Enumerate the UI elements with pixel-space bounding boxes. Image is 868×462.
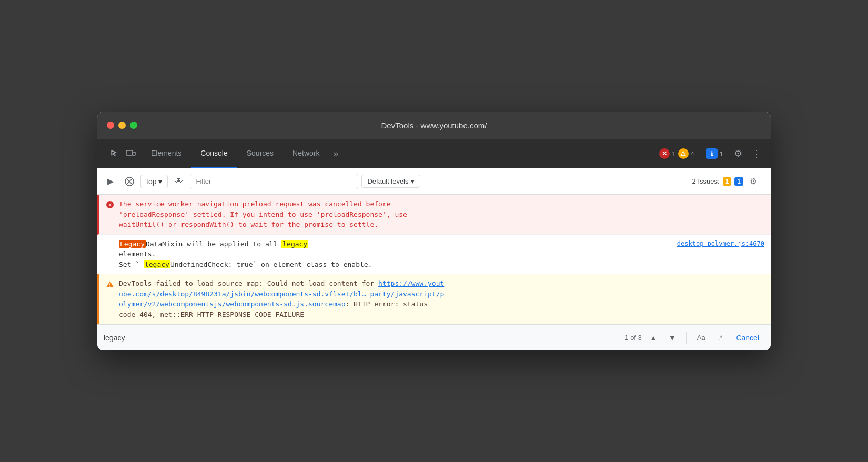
settings-icon[interactable]: ⚙ xyxy=(731,146,745,162)
search-next-button[interactable]: ▼ xyxy=(665,330,680,345)
clear-button[interactable] xyxy=(122,174,137,189)
context-label: top xyxy=(146,177,156,186)
highlight-legacy-orange: Legacy xyxy=(119,240,146,248)
device-toolbar-icon[interactable] xyxy=(125,148,136,159)
traffic-lights xyxy=(107,122,137,129)
close-button[interactable] xyxy=(107,122,114,129)
highlight-legacy-yellow2: legacy xyxy=(144,260,170,268)
clear-icon xyxy=(125,177,134,186)
title-bar: DevTools - www.youtube.com/ xyxy=(97,112,771,139)
inspect-element-icon[interactable] xyxy=(109,148,120,159)
window-title: DevTools - www.youtube.com/ xyxy=(381,121,487,130)
console-toolbar: ▶ top ▾ 👁 Default levels ▾ 2 Issues: 1 1… xyxy=(97,168,771,195)
console-content: ✕ The service worker navigation preload … xyxy=(97,195,771,324)
chevron-down-icon: ▼ xyxy=(669,334,676,342)
search-divider xyxy=(686,332,687,344)
dropdown-arrow-icon: ▾ xyxy=(158,177,162,186)
filter-input[interactable] xyxy=(190,174,358,189)
svg-rect-1 xyxy=(133,152,135,155)
maximize-button[interactable] xyxy=(130,122,137,129)
error-badge: ✕ xyxy=(659,148,670,159)
chevron-up-icon: ▲ xyxy=(650,334,657,342)
execute-icon: ▶ xyxy=(107,176,114,186)
search-bar: 1 of 3 ▲ ▼ Aa .* Cancel xyxy=(97,324,771,350)
minimize-button[interactable] xyxy=(118,122,126,129)
info-badge: ℹ xyxy=(706,148,718,159)
tabs-right-actions: ✕ 1 ⚠ 4 ℹ 1 ⚙ ⋮ xyxy=(655,139,764,168)
cancel-label: Cancel xyxy=(736,334,759,342)
error-count-button[interactable]: ✕ 1 ⚠ 4 xyxy=(655,146,698,161)
search-count: 1 of 3 xyxy=(624,334,642,342)
issues-warn-badge: 1 xyxy=(723,177,732,186)
console-entry-warn: ! DevTools failed to load source map: Co… xyxy=(97,274,771,324)
svg-text:!: ! xyxy=(108,282,112,288)
console-entry-error: ✕ The service worker navigation preload … xyxy=(97,195,771,235)
regex-label: .* xyxy=(718,334,723,342)
issues-settings-icon[interactable]: ⚙ xyxy=(746,174,760,188)
search-input[interactable] xyxy=(104,329,620,346)
info-count-button[interactable]: ℹ 1 xyxy=(702,146,728,161)
source-link[interactable]: desktop_polymer.js:4670 xyxy=(669,239,764,248)
source-map-link[interactable]: https://www.yout ube.com/s/desktop/84982… xyxy=(119,279,444,308)
tabs-bar: Elements Console Sources Network » ✕ 1 ⚠… xyxy=(97,139,771,168)
default-levels-label: Default levels xyxy=(367,177,408,185)
match-case-label: Aa xyxy=(697,334,705,342)
devtools-window: DevTools - www.youtube.com/ Elements Con… xyxy=(97,112,771,350)
issues-count: 2 Issues: 1 1 ⚙ xyxy=(687,172,765,190)
execute-button[interactable]: ▶ xyxy=(103,174,118,189)
svg-text:✕: ✕ xyxy=(108,201,112,208)
log-message: LegacyDataMixin will be applied to all l… xyxy=(119,239,664,270)
error-message: The service worker navigation preload re… xyxy=(119,199,764,230)
more-tabs-button[interactable]: » xyxy=(329,139,342,168)
context-selector[interactable]: top ▾ xyxy=(140,175,168,188)
eye-button[interactable]: 👁 xyxy=(171,174,187,189)
warn-badge: ⚠ xyxy=(678,148,689,159)
eye-icon: 👁 xyxy=(175,177,183,186)
warn-message: DevTools failed to load source map: Coul… xyxy=(119,278,764,319)
tab-network[interactable]: Network xyxy=(283,139,329,168)
search-prev-button[interactable]: ▲ xyxy=(646,330,661,345)
issues-blue-badge: 1 xyxy=(734,177,743,186)
default-levels-arrow-icon: ▾ xyxy=(411,177,415,185)
regex-button[interactable]: .* xyxy=(714,332,727,344)
more-options-icon[interactable]: ⋮ xyxy=(749,146,764,162)
log-spacer xyxy=(105,240,115,249)
warn-icon: ! xyxy=(105,279,115,289)
devtools-icons xyxy=(104,139,142,168)
tab-console[interactable]: Console xyxy=(191,139,237,168)
tab-sources[interactable]: Sources xyxy=(237,139,283,168)
search-cancel-button[interactable]: Cancel xyxy=(731,332,764,344)
tab-elements[interactable]: Elements xyxy=(142,139,191,168)
error-icon: ✕ xyxy=(105,200,115,209)
match-case-button[interactable]: Aa xyxy=(693,332,710,344)
highlight-legacy-yellow: legacy xyxy=(281,240,308,248)
default-levels-button[interactable]: Default levels ▾ xyxy=(361,175,420,188)
svg-rect-0 xyxy=(126,150,133,155)
console-entry-log: LegacyDataMixin will be applied to all l… xyxy=(97,235,771,275)
